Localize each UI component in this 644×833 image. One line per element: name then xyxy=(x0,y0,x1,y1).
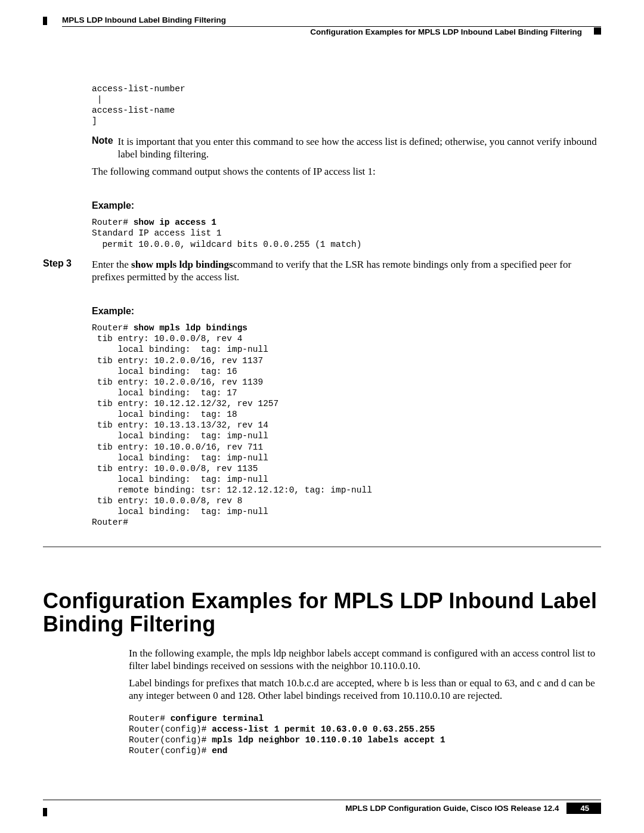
note-text: It is important that you enter this comm… xyxy=(118,135,601,161)
main-content: access-list-number | access-list-name ] … xyxy=(92,83,601,756)
example-heading: Example: xyxy=(92,306,601,317)
cli-prompt: Router# xyxy=(92,218,134,227)
cli-prompt: Router(config)# xyxy=(129,724,212,734)
cli-command: configure terminal xyxy=(171,714,264,723)
step-text: Enter the show mpls ldp bindingscommand … xyxy=(92,258,601,284)
header-left-mark xyxy=(43,17,47,25)
example-heading: Example: xyxy=(92,200,601,211)
cli-command: access-list 1 permit 10.63.0.0 0.63.255.… xyxy=(212,724,435,734)
step-row: Step 3 Enter the show mpls ldp bindingsc… xyxy=(43,258,601,284)
page-footer: MPLS LDP Configuration Guide, Cisco IOS … xyxy=(43,800,601,814)
page-header: MPLS LDP Inbound Label Binding Filtering… xyxy=(43,14,601,48)
syntax-block: access-list-number | access-list-name ] xyxy=(92,83,601,127)
footer-row: MPLS LDP Configuration Guide, Cisco IOS … xyxy=(43,803,601,814)
config-code: Router# configure terminal Router(config… xyxy=(129,713,601,757)
header-chapter-title: MPLS LDP Inbound Label Binding Filtering xyxy=(62,16,226,24)
page-number: 45 xyxy=(566,803,601,814)
cli-output: Standard IP access list 1 permit 10.0.0.… xyxy=(92,228,361,249)
cli-prompt: Router# xyxy=(129,714,171,723)
header-section-title: Configuration Examples for MPLS LDP Inbo… xyxy=(310,27,582,36)
cli-command: end xyxy=(212,746,227,755)
header-rule xyxy=(62,26,601,27)
example-code: Router# show ip access 1 Standard IP acc… xyxy=(92,217,601,249)
cli-prompt: Router(config)# xyxy=(129,735,212,745)
step-pre: Enter the xyxy=(92,259,131,270)
footer-left-mark xyxy=(43,808,47,816)
paragraph: In the following example, the mpls ldp n… xyxy=(129,647,601,673)
section-body: In the following example, the mpls ldp n… xyxy=(129,647,601,757)
example-code: Router# show mpls ldp bindings tib entry… xyxy=(92,323,601,528)
step-label: Step 3 xyxy=(43,258,92,284)
note-block: Note It is important that you enter this… xyxy=(92,135,601,161)
section-divider xyxy=(43,546,601,547)
footer-rule xyxy=(43,800,601,800)
step-command: show mpls ldp bindings xyxy=(131,259,233,270)
paragraph: The following command output shows the c… xyxy=(92,165,601,178)
cli-command: show ip access 1 xyxy=(134,218,216,227)
cli-command: mpls ldp neighbor 10.110.0.10 labels acc… xyxy=(212,735,445,745)
section-heading: Configuration Examples for MPLS LDP Inbo… xyxy=(43,589,601,636)
cli-prompt: Router# xyxy=(92,323,134,333)
paragraph: Label bindings for prefixes that match 1… xyxy=(129,677,601,702)
header-right-mark xyxy=(594,27,601,35)
note-label: Note xyxy=(92,135,113,161)
footer-doc-title: MPLS LDP Configuration Guide, Cisco IOS … xyxy=(345,804,559,813)
cli-prompt: Router(config)# xyxy=(129,746,212,755)
page: MPLS LDP Inbound Label Binding Filtering… xyxy=(0,0,644,833)
cli-output: tib entry: 10.0.0.0/8, rev 4 local bindi… xyxy=(92,334,372,527)
cli-command: show mpls ldp bindings xyxy=(134,323,247,333)
